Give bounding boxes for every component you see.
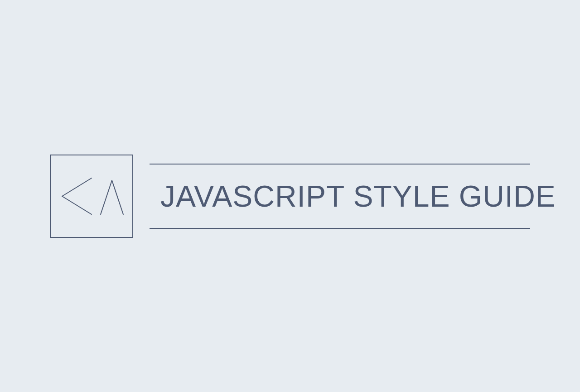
svg-line-3 [112,180,123,214]
svg-line-2 [101,180,112,214]
bottom-rule [150,228,530,229]
ka-logo-icon [58,174,126,219]
svg-line-1 [62,196,92,214]
logo-box [50,155,133,238]
page-title: JAVASCRIPT STYLE GUIDE [150,165,530,228]
svg-line-0 [62,178,92,196]
title-section: JAVASCRIPT STYLE GUIDE [150,164,530,229]
banner: JAVASCRIPT STYLE GUIDE [50,155,530,238]
